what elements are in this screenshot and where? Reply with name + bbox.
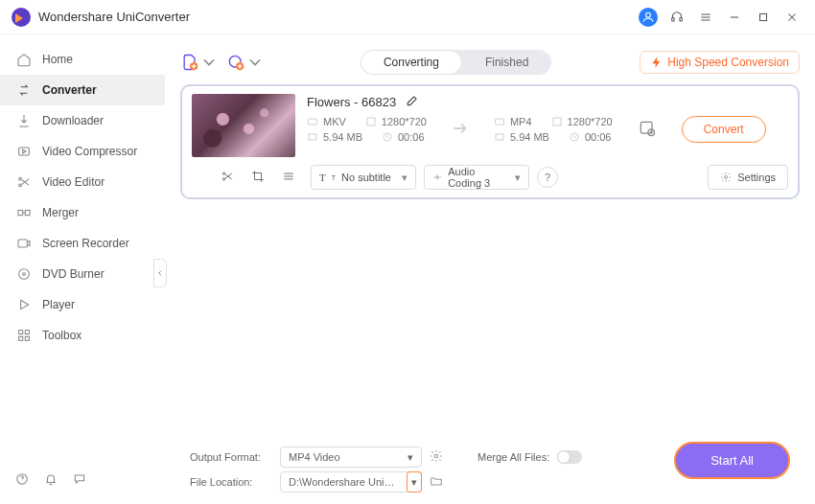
sidebar-item-label: Player bbox=[42, 298, 75, 311]
gear-icon[interactable] bbox=[430, 449, 443, 465]
svg-point-10 bbox=[19, 269, 30, 280]
svg-rect-24 bbox=[495, 119, 503, 125]
more-icon[interactable] bbox=[282, 170, 295, 186]
svg-rect-20 bbox=[309, 119, 317, 125]
svg-rect-15 bbox=[25, 336, 29, 340]
converter-icon bbox=[15, 82, 33, 98]
svg-rect-7 bbox=[18, 210, 23, 215]
svg-point-0 bbox=[646, 12, 651, 17]
app-logo bbox=[12, 8, 31, 27]
bell-icon[interactable] bbox=[44, 472, 58, 489]
svg-rect-25 bbox=[553, 118, 561, 126]
svg-point-32 bbox=[725, 176, 728, 179]
sidebar-bottom bbox=[15, 472, 86, 489]
sidebar-item-dvd[interactable]: DVD Burner bbox=[0, 259, 165, 289]
sidebar-item-compressor[interactable]: Video Compressor bbox=[0, 136, 165, 167]
svg-rect-12 bbox=[19, 331, 23, 334]
chevron-down-icon[interactable]: ▾ bbox=[407, 471, 422, 493]
sidebar-item-label: Video Editor bbox=[42, 175, 105, 189]
convert-button[interactable]: Convert bbox=[682, 116, 766, 143]
output-settings-icon[interactable] bbox=[638, 119, 657, 141]
svg-rect-13 bbox=[25, 331, 29, 334]
target-meta: MP4 1280*720 5.94 MB 00:06 bbox=[494, 116, 613, 143]
menu-icon[interactable] bbox=[694, 6, 717, 29]
file-location-dropdown[interactable]: D:\Wondershare UniConverter ▾ bbox=[280, 471, 422, 493]
headset-icon[interactable] bbox=[665, 6, 688, 29]
maximize-button[interactable] bbox=[752, 6, 775, 29]
sidebar-item-player[interactable]: Player bbox=[0, 289, 165, 320]
svg-rect-28 bbox=[640, 122, 652, 133]
svg-point-11 bbox=[23, 273, 26, 276]
feedback-icon[interactable] bbox=[73, 472, 86, 489]
svg-rect-21 bbox=[367, 118, 375, 126]
scissors-icon bbox=[15, 174, 33, 190]
svg-rect-1 bbox=[672, 17, 674, 20]
help-icon[interactable] bbox=[15, 472, 29, 489]
minimize-button[interactable] bbox=[723, 6, 746, 29]
sidebar: Home Converter Downloader Video Compress… bbox=[0, 34, 165, 504]
help-tip-icon[interactable]: ? bbox=[537, 167, 558, 188]
file-name: Flowers - 66823 bbox=[307, 95, 396, 109]
high-speed-conversion-button[interactable]: High Speed Conversion bbox=[640, 51, 800, 74]
svg-rect-26 bbox=[496, 134, 503, 140]
titlebar: Wondershare UniConverter bbox=[0, 0, 815, 34]
add-folder-button[interactable] bbox=[226, 53, 265, 72]
tab-converting[interactable]: Converting bbox=[361, 50, 462, 75]
sidebar-item-downloader[interactable]: Downloader bbox=[0, 105, 165, 136]
start-all-button[interactable]: Start All bbox=[674, 442, 790, 479]
sidebar-item-converter[interactable]: Converter bbox=[0, 75, 165, 105]
sidebar-item-label: Home bbox=[42, 53, 73, 66]
subtitle-dropdown[interactable]: TT No subtitle ▾ bbox=[311, 165, 416, 190]
app-title: Wondershare UniConverter bbox=[38, 10, 190, 24]
rename-icon[interactable] bbox=[406, 94, 419, 110]
trim-icon[interactable] bbox=[221, 170, 234, 186]
play-icon bbox=[15, 297, 33, 312]
home-icon bbox=[15, 52, 33, 67]
disc-icon bbox=[15, 266, 33, 282]
svg-rect-3 bbox=[760, 13, 767, 20]
file-location-label: File Location: bbox=[190, 476, 272, 488]
tab-segment: Converting Finished bbox=[361, 50, 551, 75]
sidebar-item-label: Merger bbox=[42, 206, 79, 219]
close-button[interactable] bbox=[780, 6, 803, 29]
sidebar-item-editor[interactable]: Video Editor bbox=[0, 167, 165, 197]
account-avatar[interactable] bbox=[637, 6, 660, 29]
sidebar-item-label: Screen Recorder bbox=[42, 237, 129, 250]
item-settings-button[interactable]: Settings bbox=[708, 165, 788, 190]
svg-rect-22 bbox=[309, 134, 316, 140]
merge-label: Merge All Files: bbox=[477, 451, 549, 463]
merge-toggle[interactable] bbox=[557, 450, 582, 464]
crop-icon[interactable] bbox=[251, 170, 265, 186]
sidebar-item-toolbox[interactable]: Toolbox bbox=[0, 320, 165, 351]
source-meta: MKV 1280*720 5.94 MB 00:06 bbox=[307, 116, 427, 143]
sidebar-item-label: Video Compressor bbox=[42, 145, 137, 158]
file-card: Flowers - 66823 MKV 1280*720 5.94 MB bbox=[180, 84, 800, 199]
svg-point-5 bbox=[19, 177, 22, 180]
audio-dropdown[interactable]: Audio Coding 3 ▾ bbox=[424, 165, 529, 190]
svg-point-33 bbox=[434, 454, 438, 458]
merger-icon bbox=[15, 205, 33, 220]
sidebar-item-recorder[interactable]: Screen Recorder bbox=[0, 228, 165, 259]
sidebar-item-label: Toolbox bbox=[42, 329, 82, 342]
sidebar-item-merger[interactable]: Merger bbox=[0, 197, 165, 228]
recorder-icon bbox=[15, 236, 33, 251]
add-file-button[interactable] bbox=[180, 53, 219, 72]
sidebar-item-label: Converter bbox=[42, 83, 97, 97]
video-thumbnail[interactable] bbox=[192, 94, 295, 157]
sidebar-item-home[interactable]: Home bbox=[0, 44, 165, 75]
svg-point-6 bbox=[19, 184, 22, 187]
compressor-icon bbox=[15, 144, 33, 159]
sidebar-item-label: Downloader bbox=[42, 114, 104, 127]
output-format-dropdown[interactable]: MP4 Video▾ bbox=[280, 447, 422, 468]
tab-finished[interactable]: Finished bbox=[462, 50, 551, 75]
svg-rect-8 bbox=[25, 210, 30, 215]
svg-rect-2 bbox=[680, 17, 682, 20]
svg-rect-4 bbox=[19, 148, 30, 155]
arrow-right-icon bbox=[450, 118, 471, 142]
open-folder-icon[interactable] bbox=[430, 474, 443, 490]
svg-point-30 bbox=[222, 172, 224, 173]
svg-point-31 bbox=[222, 177, 224, 179]
sidebar-item-label: DVD Burner bbox=[42, 267, 105, 281]
bottom-bar: Output Format: MP4 Video▾ Merge All File… bbox=[176, 445, 803, 494]
svg-rect-14 bbox=[19, 336, 23, 340]
